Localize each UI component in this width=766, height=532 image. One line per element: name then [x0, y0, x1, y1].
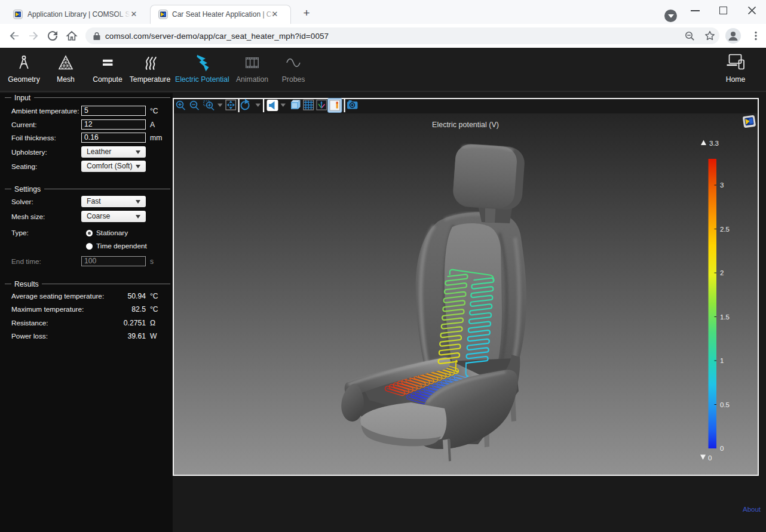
svg-text:1.5: 1.5	[720, 313, 730, 321]
svg-text:0.5: 0.5	[720, 401, 730, 408]
svg-text:1: 1	[720, 357, 724, 364]
svg-text:2: 2	[720, 269, 724, 276]
svg-text:2.5: 2.5	[720, 226, 730, 233]
svg-text:Electric potential (V): Electric potential (V)	[432, 121, 499, 129]
svg-text:0: 0	[720, 445, 724, 452]
svg-text:0: 0	[708, 454, 712, 462]
svg-text:3.3: 3.3	[709, 140, 719, 147]
svg-text:3: 3	[720, 182, 724, 189]
